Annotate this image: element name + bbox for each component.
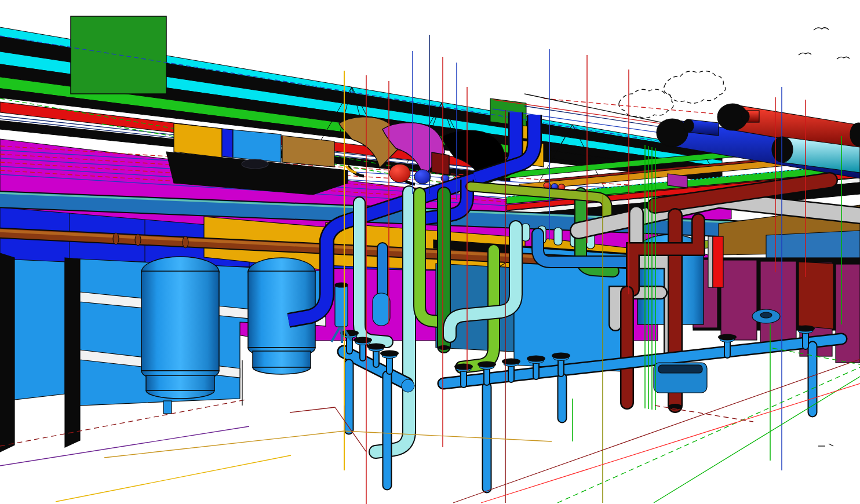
conduit-line	[544, 98, 713, 114]
purple-box	[668, 174, 687, 188]
dark-red-panel-group	[799, 262, 833, 329]
red-panel	[713, 236, 723, 287]
flange-top	[340, 330, 359, 337]
3d-viewport[interactable]	[0, 0, 860, 504]
floor-line	[290, 407, 335, 412]
flange-top	[354, 337, 372, 344]
black-column	[0, 253, 14, 452]
dark-red-panel	[799, 262, 833, 329]
blue-dome-cap	[414, 170, 431, 184]
floor-line	[104, 431, 344, 458]
flange-top	[552, 353, 570, 359]
cloud-outline	[619, 89, 673, 118]
tank2-skirt-base	[253, 367, 311, 374]
blue-stand-cylinder	[335, 285, 348, 327]
floor-line	[344, 431, 552, 441]
tank1-skirt	[146, 375, 214, 390]
maroon-panel	[760, 261, 796, 349]
bird-mark	[799, 53, 811, 55]
gold-vav-box	[174, 123, 222, 158]
stub-end-cap	[683, 119, 694, 132]
pale-cyan-stub	[522, 224, 530, 241]
maroon-panel	[836, 264, 860, 363]
equipment-foot	[163, 401, 172, 414]
silver-panel-edge	[708, 236, 713, 287]
lightblue-vav-box	[233, 130, 281, 162]
floor-line	[56, 455, 291, 502]
fitting-hole	[760, 312, 772, 318]
floor-line	[0, 400, 246, 446]
green-panel	[71, 16, 166, 94]
flange-top	[454, 364, 473, 370]
pipe-coupling	[183, 236, 188, 248]
maroon-panel	[721, 260, 757, 340]
pale-cyan-stub	[554, 228, 562, 245]
tank1-body	[141, 271, 219, 371]
blue-vav-box	[222, 129, 233, 158]
tank2-body	[248, 271, 315, 348]
header-end-cap	[402, 379, 414, 392]
brown-vav-box	[282, 136, 334, 167]
duct-opening	[242, 159, 268, 169]
floor-line	[829, 444, 833, 446]
bird-mark	[837, 57, 850, 59]
dark-red-duct-block	[432, 152, 449, 175]
stub-end-cap	[741, 111, 749, 122]
tray-inner	[658, 365, 702, 373]
bird-mark	[814, 28, 829, 30]
flange-top	[502, 359, 520, 365]
steel-blue-panel	[766, 231, 860, 262]
lightblue-panel	[14, 260, 65, 400]
flange-top	[527, 356, 545, 362]
red-dome-cap	[389, 164, 410, 182]
black-column	[65, 258, 80, 447]
pipe-cap	[438, 345, 450, 350]
cloud-outline	[664, 71, 725, 104]
pipe-coupling	[113, 233, 119, 244]
tank2-skirt	[253, 351, 311, 367]
pipe-coupling	[135, 234, 141, 246]
flange-top	[478, 361, 496, 368]
stand-top	[335, 283, 348, 287]
flange-top	[718, 334, 737, 341]
blue-pipe-end-cap	[657, 119, 688, 147]
model-canvas[interactable]	[0, 0, 860, 504]
blue-capsule-vessel	[373, 293, 390, 326]
flange-top	[796, 326, 815, 332]
flange-top	[367, 344, 385, 350]
flange-top	[380, 350, 399, 357]
